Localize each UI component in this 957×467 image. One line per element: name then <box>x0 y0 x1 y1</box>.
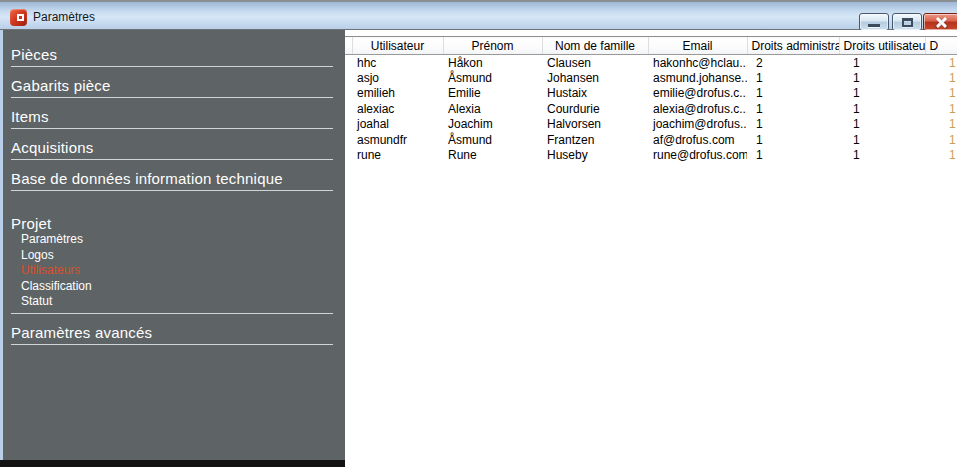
table-row-emilieh[interactable]: emiliehEmilieHustaixemilie@drofus.c...11… <box>345 86 957 102</box>
row-spacer <box>345 101 352 117</box>
users-table: UtilisateurPrénomNom de familleEmailDroi… <box>345 36 957 163</box>
cell: Rune <box>443 148 542 164</box>
cell: emilie@drofus.c... <box>648 86 747 102</box>
table-row-rune[interactable]: runeRuneHusebyrune@drofus.com111 <box>345 148 957 164</box>
cell: rune@drofus.com <box>648 148 747 164</box>
sidebar-item-base-de-donn-es-information-technique[interactable]: Base de données information technique <box>11 160 333 191</box>
row-spacer <box>345 117 352 133</box>
sidebar-item-label: Acquisitions <box>11 139 333 156</box>
sidebar-item-label: Projet <box>11 215 333 232</box>
titlebar[interactable]: Paramètres <box>0 0 957 30</box>
cell: joachim@drofus... <box>648 117 747 133</box>
cell: Joachim <box>443 117 542 133</box>
cell: alexia@drofus.c... <box>648 101 747 117</box>
cell: 1 <box>747 101 839 117</box>
sidebar-subitem-classification[interactable]: Classification <box>11 279 333 295</box>
sidebar-subitem-param-tres[interactable]: Paramètres <box>11 232 333 248</box>
sidebar-subitem-statut[interactable]: Statut <box>11 294 333 310</box>
close-icon <box>935 16 947 28</box>
sidebar-divider <box>11 344 333 345</box>
row-spacer <box>345 148 352 164</box>
table-header-row: UtilisateurPrénomNom de familleEmailDroi… <box>345 37 957 55</box>
cell: joahal <box>352 117 443 133</box>
window-title: Paramètres <box>33 10 95 24</box>
users-panel: UtilisateurPrénomNom de familleEmailDroi… <box>345 30 957 467</box>
cell: 1 <box>839 101 925 117</box>
sidebar-item-items[interactable]: Items <box>11 98 333 129</box>
table-row-joahal[interactable]: joahalJoachimHalvorsenjoachim@drofus...1… <box>345 117 957 133</box>
sidebar-item-label: Base de données information technique <box>11 170 333 187</box>
cell: Frantzen <box>542 132 648 148</box>
cell: 1 <box>747 70 839 86</box>
row-spacer <box>345 86 352 102</box>
cell: 1 <box>925 86 957 102</box>
table-row-alexiac[interactable]: alexiacAlexiaCourduriealexia@drofus.c...… <box>345 101 957 117</box>
cell: asjo <box>352 70 443 86</box>
cell: 1 <box>925 101 957 117</box>
parametres-window: Paramètres PiècesGabarits pièceItemsAcqu… <box>0 0 957 467</box>
cell: 1 <box>839 117 925 133</box>
cell: Hustaix <box>542 86 648 102</box>
cell: Johansen <box>542 70 648 86</box>
sidebar-item-label: Pièces <box>11 46 333 63</box>
sidebar-subitem-logos[interactable]: Logos <box>11 248 333 264</box>
row-spacer <box>345 55 352 71</box>
column-header-droits-administrat-[interactable]: Droits administrat... <box>747 37 839 55</box>
cell: emilieh <box>352 86 443 102</box>
cell: Emilie <box>443 86 542 102</box>
cell: rune <box>352 148 443 164</box>
cell: alexiac <box>352 101 443 117</box>
column-header-pr-nom[interactable]: Prénom <box>443 37 542 55</box>
sidebar-item-projet[interactable]: ProjetParamètresLogosUtilisateursClassif… <box>11 205 333 314</box>
sidebar: PiècesGabarits pièceItemsAcquisitionsBas… <box>3 30 345 460</box>
column-header-email[interactable]: Email <box>648 37 747 55</box>
cell: 1 <box>925 148 957 164</box>
cell: Huseby <box>542 148 648 164</box>
close-button[interactable] <box>923 13 957 31</box>
cell: Halvorsen <box>542 117 648 133</box>
sidebar-divider <box>11 190 333 191</box>
cell: asmundfr <box>352 132 443 148</box>
header-spacer <box>345 37 352 55</box>
cell: 1 <box>839 55 925 71</box>
cell: 1 <box>925 55 957 71</box>
cell: 1 <box>839 132 925 148</box>
table-row-asjo[interactable]: asjoÅsmundJohansenasmund.johanse...111 <box>345 70 957 86</box>
row-spacer <box>345 70 352 86</box>
cell: 1 <box>925 117 957 133</box>
column-header-droits-utilisateur-f-[interactable]: Droits utilisateur F... <box>839 37 925 55</box>
sidebar-item-acquisitions[interactable]: Acquisitions <box>11 129 333 160</box>
cell: 1 <box>925 132 957 148</box>
sidebar-item-pi-ces[interactable]: Pièces <box>11 36 333 67</box>
row-spacer <box>345 132 352 148</box>
minimize-button[interactable] <box>859 13 889 31</box>
cell: 1 <box>747 117 839 133</box>
maximize-icon <box>902 18 913 27</box>
cell: Åsmund <box>443 132 542 148</box>
cell: 1 <box>839 148 925 164</box>
sidebar-item-param-tres-avanc-s[interactable]: Paramètres avancés <box>11 314 333 345</box>
cell: Courdurie <box>542 101 648 117</box>
sidebar-item-label: Paramètres avancés <box>11 324 333 341</box>
cell: 1 <box>747 148 839 164</box>
cell: 2 <box>747 55 839 71</box>
cell: hhc <box>352 55 443 71</box>
column-header-d[interactable]: D <box>925 37 957 55</box>
cell: Clausen <box>542 55 648 71</box>
table-row-hhc[interactable]: hhcHåkonClausenhakonhc@hclau...211 <box>345 55 957 71</box>
cell: Alexia <box>443 101 542 117</box>
cell: 1 <box>839 86 925 102</box>
sidebar-item-label: Items <box>11 108 333 125</box>
column-header-utilisateur[interactable]: Utilisateur <box>352 37 443 55</box>
column-header-nom-de-famille[interactable]: Nom de famille <box>542 37 648 55</box>
table-row-asmundfr[interactable]: asmundfrÅsmundFrantzenaf@drofus.com111 <box>345 132 957 148</box>
cell: 1 <box>747 132 839 148</box>
maximize-button[interactable] <box>892 13 922 31</box>
cell: 1 <box>925 70 957 86</box>
cell: 1 <box>747 86 839 102</box>
cell: hakonhc@hclau... <box>648 55 747 71</box>
sidebar-item-gabarits-pi-ce[interactable]: Gabarits pièce <box>11 67 333 98</box>
cell: Åsmund <box>443 70 542 86</box>
cell: asmund.johanse... <box>648 70 747 86</box>
sidebar-subitem-utilisateurs[interactable]: Utilisateurs <box>11 263 333 279</box>
